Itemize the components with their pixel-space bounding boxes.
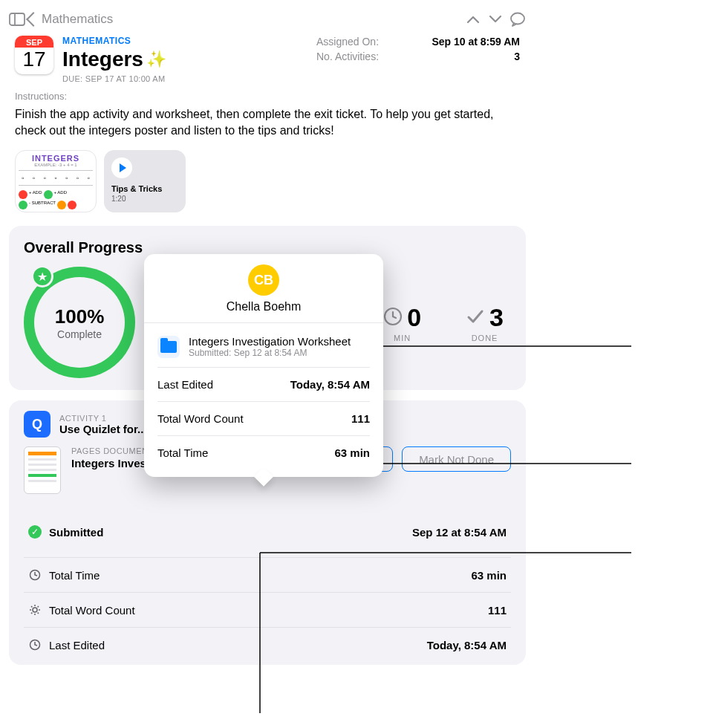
attachment-poster[interactable]: INTEGERS EXAMPLE: -3 + 4 = 1 ◦◦◦◦◦◦◦ + A… <box>15 150 97 212</box>
student-avatar: CB <box>248 264 279 296</box>
progress-ring: ★ 100% Complete <box>24 267 135 378</box>
word-count-value: 111 <box>488 604 507 617</box>
popover-file-title: Integers Investigation Worksheet <box>189 335 351 348</box>
popover-time-label: Total Time <box>157 446 208 459</box>
folder-icon <box>157 336 180 358</box>
chevron-left-icon <box>26 12 41 27</box>
play-icon[interactable] <box>111 157 132 178</box>
stat-time-value: 0 <box>407 303 421 332</box>
total-time-value: 63 min <box>471 569 507 582</box>
subject-label: MATHEMATICS <box>62 36 166 46</box>
document-thumbnail[interactable] <box>24 446 61 494</box>
chat-icon[interactable] <box>507 8 529 30</box>
word-count-label: Total Word Count <box>49 604 135 617</box>
mark-not-done-button[interactable]: Mark Not Done <box>402 446 511 472</box>
stat-done-value: 3 <box>489 303 504 332</box>
audio-duration: 1:20 <box>111 195 178 203</box>
attachments-row: INTEGERS EXAMPLE: -3 + 4 = 1 ◦◦◦◦◦◦◦ + A… <box>0 146 535 221</box>
submitted-label: Submitted <box>49 526 103 539</box>
assignment-meta: Assigned On: Sep 10 at 8:59 AM No. Activ… <box>316 36 520 83</box>
popover-edited-value: Today, 8:54 AM <box>290 378 370 391</box>
activity-eyebrow: ACTIVITY 1 <box>59 414 147 423</box>
back-button[interactable]: Mathematics <box>28 12 113 27</box>
clock-icon <box>28 638 42 651</box>
check-circle-icon: ✓ <box>28 525 42 539</box>
calendar-day: 17 <box>22 48 45 71</box>
svg-point-5 <box>33 608 37 612</box>
assigned-on-label: Assigned On: <box>316 36 398 48</box>
due-label: DUE: SEP 17 AT 10:00 AM <box>62 74 166 83</box>
progress-percent: 100% <box>55 305 105 328</box>
poster-title: INTEGERS <box>19 154 93 163</box>
svg-point-2 <box>511 13 524 25</box>
instructions-text: Finish the app activity and worksheet, t… <box>15 106 520 138</box>
last-edited-label: Last Edited <box>49 639 105 651</box>
gear-icon <box>28 603 42 617</box>
stat-time: 0 MIN <box>383 303 421 342</box>
checkmark-icon <box>466 303 485 332</box>
attachment-audio[interactable]: Tips & Tricks 1:20 <box>104 150 186 212</box>
calendar-month: SEP <box>15 36 53 48</box>
assigned-on-value: Sep 10 at 8:59 AM <box>416 36 520 48</box>
activity-title: Use Quizlet for... <box>59 423 147 435</box>
clock-icon <box>383 303 403 332</box>
stat-done: 3 DONE <box>466 303 504 342</box>
popover-edited-label: Last Edited <box>157 378 213 391</box>
quizlet-app-icon: Q <box>24 411 51 438</box>
back-label: Mathematics <box>42 12 113 27</box>
instructions-section: Instructions: Finish the app activity an… <box>0 91 535 146</box>
sparkle-icon: ✨ <box>146 50 166 69</box>
assignment-header: SEP 17 MATHEMATICS Integers ✨ DUE: SEP 1… <box>0 36 535 91</box>
chevron-down-icon[interactable] <box>484 8 507 30</box>
audio-title: Tips & Tricks <box>111 184 178 193</box>
activities-count-value: 3 <box>416 51 520 62</box>
sidebar-toggle-icon[interactable] <box>6 8 28 30</box>
popover-file-row[interactable]: Integers Investigation Worksheet Submitt… <box>157 326 370 367</box>
activities-count-label: No. Activities: <box>316 51 398 62</box>
chevron-up-icon[interactable] <box>462 8 484 30</box>
popover-time-value: 63 min <box>334 446 370 459</box>
svg-rect-0 <box>10 13 25 25</box>
stat-time-unit: MIN <box>383 334 421 342</box>
popover-words-label: Total Word Count <box>157 412 244 425</box>
submitted-value: Sep 12 at 8:54 AM <box>412 526 507 539</box>
last-edited-value: Today, 8:54 AM <box>427 639 507 651</box>
assignment-title: Integers ✨ <box>62 48 166 71</box>
total-time-label: Total Time <box>49 569 100 582</box>
calendar-icon: SEP 17 <box>15 36 53 74</box>
clock-icon <box>28 568 42 582</box>
navbar: Mathematics <box>0 3 535 36</box>
student-name: Chella Boehm <box>144 300 383 313</box>
student-popover: CB Chella Boehm Integers Investigation W… <box>144 254 383 477</box>
progress-complete-label: Complete <box>57 328 102 340</box>
popover-file-subtitle: Submitted: Sep 12 at 8:54 AM <box>189 348 351 358</box>
popover-words-value: 111 <box>351 412 370 425</box>
stat-done-label: DONE <box>466 334 504 342</box>
instructions-heading: Instructions: <box>15 91 520 102</box>
document-details-list: ✓ Submitted Sep 12 at 8:54 AM Total Time… <box>24 507 511 662</box>
